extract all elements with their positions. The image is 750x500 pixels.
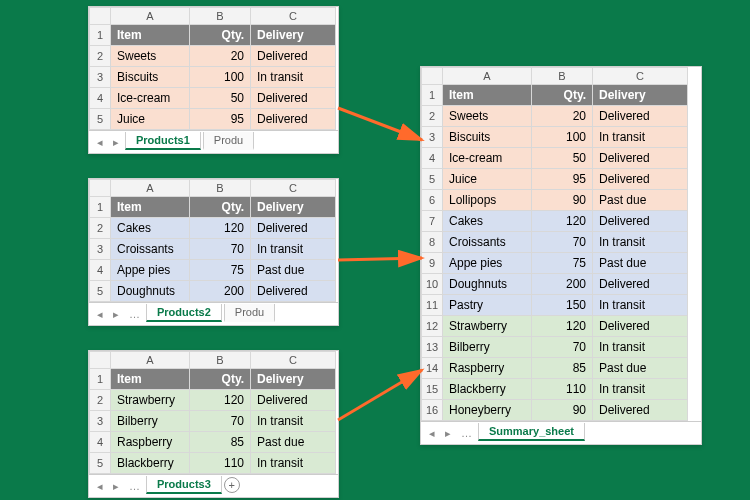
cell-item[interactable]: Lollipops	[443, 190, 532, 211]
cell-delivery[interactable]: In transit	[593, 337, 688, 358]
cell-delivery[interactable]: Delivered	[251, 218, 336, 239]
cell-header-item[interactable]: Item	[111, 197, 190, 218]
tab-nav-next-icon[interactable]: ▸	[109, 480, 123, 493]
col-header-a[interactable]: A	[111, 180, 190, 197]
cell-header-qty[interactable]: Qty.	[190, 197, 251, 218]
cell-delivery[interactable]: Delivered	[251, 46, 336, 67]
tab-nav-next-icon[interactable]: ▸	[441, 427, 455, 440]
cell-header-delivery[interactable]: Delivery	[251, 197, 336, 218]
row-header[interactable]: 8	[422, 232, 443, 253]
cell-delivery[interactable]: Delivered	[593, 316, 688, 337]
tab-active[interactable]: Summary_sheet	[478, 423, 585, 441]
row-header[interactable]: 2	[422, 106, 443, 127]
cell-qty[interactable]: 90	[532, 190, 593, 211]
cell-item[interactable]: Bilberry	[443, 337, 532, 358]
row-col-corner[interactable]	[90, 180, 111, 197]
cell-delivery[interactable]: In transit	[593, 379, 688, 400]
row-header[interactable]: 16	[422, 400, 443, 421]
cell-qty[interactable]: 70	[532, 337, 593, 358]
tab-nav-more-icon[interactable]: …	[125, 308, 144, 320]
row-header[interactable]: 2	[90, 390, 111, 411]
row-header[interactable]: 13	[422, 337, 443, 358]
cell-qty[interactable]: 100	[190, 67, 251, 88]
col-header-c[interactable]: C	[251, 180, 336, 197]
cell-delivery[interactable]: In transit	[251, 67, 336, 88]
row-header[interactable]: 5	[422, 169, 443, 190]
cell-delivery[interactable]: Delivered	[593, 148, 688, 169]
cell-qty[interactable]: 200	[532, 274, 593, 295]
row-header[interactable]: 10	[422, 274, 443, 295]
col-header-a[interactable]: A	[111, 352, 190, 369]
cell-qty[interactable]: 70	[532, 232, 593, 253]
cell-item[interactable]: Honeyberry	[443, 400, 532, 421]
cell-qty[interactable]: 100	[532, 127, 593, 148]
cell-item[interactable]: Doughnuts	[111, 281, 190, 302]
cell-item[interactable]: Doughnuts	[443, 274, 532, 295]
cell-qty[interactable]: 120	[190, 390, 251, 411]
cell-delivery[interactable]: In transit	[251, 239, 336, 260]
col-header-b[interactable]: B	[190, 180, 251, 197]
cell-qty[interactable]: 110	[532, 379, 593, 400]
col-header-b[interactable]: B	[190, 352, 251, 369]
row-header[interactable]: 3	[422, 127, 443, 148]
row-header[interactable]: 4	[90, 432, 111, 453]
row-header[interactable]: 4	[90, 88, 111, 109]
cell-item[interactable]: Appe pies	[443, 253, 532, 274]
tab-nav-next-icon[interactable]: ▸	[109, 308, 123, 321]
row-header[interactable]: 15	[422, 379, 443, 400]
cell-delivery[interactable]: Past due	[593, 190, 688, 211]
row-header[interactable]: 1	[90, 369, 111, 390]
cell-delivery[interactable]: In transit	[593, 127, 688, 148]
cell-delivery[interactable]: In transit	[251, 453, 336, 474]
row-header[interactable]: 3	[90, 239, 111, 260]
cell-qty[interactable]: 85	[532, 358, 593, 379]
cell-qty[interactable]: 150	[532, 295, 593, 316]
cell-item[interactable]: Cakes	[443, 211, 532, 232]
row-header[interactable]: 5	[90, 109, 111, 130]
cell-item[interactable]: Croissants	[443, 232, 532, 253]
cell-header-item[interactable]: Item	[443, 85, 532, 106]
cell-delivery[interactable]: Delivered	[251, 109, 336, 130]
cell-item[interactable]: Biscuits	[111, 67, 190, 88]
cell-item[interactable]: Ice-cream	[111, 88, 190, 109]
tab-nav-more-icon[interactable]: …	[125, 480, 144, 492]
row-header[interactable]: 2	[90, 218, 111, 239]
cell-item[interactable]: Sweets	[443, 106, 532, 127]
new-sheet-icon[interactable]: +	[224, 477, 240, 493]
cell-qty[interactable]: 110	[190, 453, 251, 474]
cell-delivery[interactable]: Delivered	[593, 169, 688, 190]
cell-header-qty[interactable]: Qty.	[190, 25, 251, 46]
col-header-c[interactable]: C	[251, 352, 336, 369]
cell-item[interactable]: Bilberry	[111, 411, 190, 432]
cell-item[interactable]: Raspberry	[111, 432, 190, 453]
col-header-b[interactable]: B	[190, 8, 251, 25]
tab-nav-prev-icon[interactable]: ◂	[93, 136, 107, 149]
tab-nav-prev-icon[interactable]: ◂	[425, 427, 439, 440]
cell-header-delivery[interactable]: Delivery	[251, 25, 336, 46]
cell-delivery[interactable]: In transit	[593, 295, 688, 316]
row-header[interactable]: 2	[90, 46, 111, 67]
cell-qty[interactable]: 50	[190, 88, 251, 109]
col-header-a[interactable]: A	[443, 68, 532, 85]
row-header[interactable]: 1	[90, 25, 111, 46]
cell-qty[interactable]: 120	[190, 218, 251, 239]
tab-active[interactable]: Products2	[146, 304, 222, 322]
row-header[interactable]: 4	[422, 148, 443, 169]
cell-delivery[interactable]: Delivered	[593, 211, 688, 232]
col-header-c[interactable]: C	[251, 8, 336, 25]
cell-item[interactable]: Cakes	[111, 218, 190, 239]
cell-delivery[interactable]: Delivered	[593, 106, 688, 127]
col-header-b[interactable]: B	[532, 68, 593, 85]
cell-item[interactable]: Blackberry	[443, 379, 532, 400]
cell-item[interactable]: Blackberry	[111, 453, 190, 474]
row-header[interactable]: 1	[422, 85, 443, 106]
cell-delivery[interactable]: Delivered	[251, 390, 336, 411]
cell-item[interactable]: Pastry	[443, 295, 532, 316]
cell-qty[interactable]: 200	[190, 281, 251, 302]
cell-item[interactable]: Strawberry	[111, 390, 190, 411]
row-header[interactable]: 9	[422, 253, 443, 274]
cell-qty[interactable]: 75	[190, 260, 251, 281]
cell-qty[interactable]: 70	[190, 411, 251, 432]
row-header[interactable]: 3	[90, 67, 111, 88]
tab-nav-prev-icon[interactable]: ◂	[93, 308, 107, 321]
